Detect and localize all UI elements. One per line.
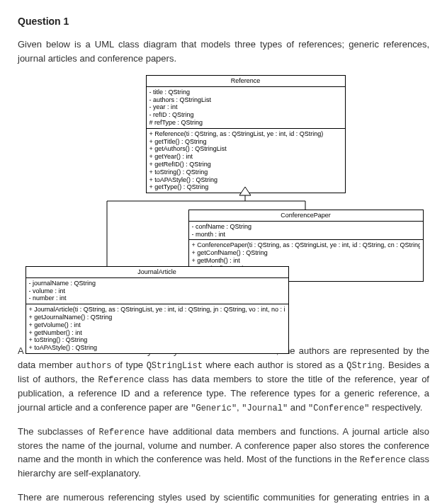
op: + getType() : QString bbox=[149, 183, 342, 191]
class-reference-ops: + Reference(ti : QString, as : QStringLi… bbox=[147, 129, 345, 193]
op: + Reference(ti : QString, as : QStringLi… bbox=[149, 130, 342, 138]
code: "Generic" bbox=[191, 403, 237, 413]
text: The subclasses of bbox=[18, 426, 98, 437]
question-heading: Question 1 bbox=[18, 14, 429, 29]
class-reference-name: Reference bbox=[147, 76, 345, 87]
text: and bbox=[288, 402, 308, 413]
class-reference-attrs: - title : QString - authors : QStringLis… bbox=[147, 87, 345, 129]
code: QString bbox=[346, 361, 382, 371]
op: + getMonth() : int bbox=[192, 257, 420, 265]
op: + getYear() : int bbox=[149, 153, 342, 161]
text: respectively. bbox=[369, 402, 422, 413]
code: Reference bbox=[98, 375, 145, 385]
op: + toAPAStyle() : QString bbox=[149, 176, 342, 184]
class-conferencepaper-attrs: - confName : QString - month : int bbox=[189, 222, 423, 241]
attr: - title : QString bbox=[149, 88, 342, 96]
op: + ConferencePaper(ti : QString, as : QSt… bbox=[192, 241, 420, 249]
op: + toString() : QString bbox=[149, 168, 342, 176]
attr: - year : int bbox=[149, 103, 342, 111]
text: of type bbox=[112, 360, 147, 370]
intro-paragraph: Given below is a UML class diagram that … bbox=[18, 38, 429, 65]
op: + JournalArticle(ti : QString, as : QStr… bbox=[29, 306, 285, 314]
op: + getVolume() : int bbox=[29, 321, 285, 329]
code: Reference bbox=[360, 455, 406, 465]
attr: - number : int bbox=[29, 294, 285, 302]
class-journalarticle: JournalArticle - journalName : QString -… bbox=[26, 266, 289, 354]
text: There are numerous referencing styles us… bbox=[18, 492, 429, 505]
paragraph-1: A reference can be authored by many auth… bbox=[18, 344, 429, 415]
code: "Journal" bbox=[242, 403, 288, 413]
paragraph-3: There are numerous referencing styles us… bbox=[18, 491, 429, 505]
class-journalarticle-attrs: - journalName : QString - volume : int -… bbox=[26, 278, 288, 304]
op: + getRefID() : QString bbox=[149, 161, 342, 168]
op: + getJournalName() : QString bbox=[29, 314, 285, 321]
code: QStringList bbox=[147, 361, 203, 371]
attr: # refType : QString bbox=[149, 119, 342, 127]
attr: - refID : QString bbox=[149, 111, 342, 119]
op: + toString() : QString bbox=[29, 336, 285, 344]
op: + getNumber() : int bbox=[29, 329, 285, 337]
class-conferencepaper-name: ConferencePaper bbox=[189, 210, 423, 222]
attr: - authors : QStringList bbox=[149, 96, 342, 104]
code: Reference bbox=[98, 428, 145, 437]
attr: - journalName : QString bbox=[29, 280, 285, 287]
attr: - volume : int bbox=[29, 287, 285, 295]
op: + getAuthors() : QStringList bbox=[149, 145, 342, 153]
attr: - confName : QString bbox=[192, 223, 420, 231]
class-reference: Reference - title : QString - authors : … bbox=[146, 75, 346, 193]
class-journalarticle-name: JournalArticle bbox=[26, 267, 288, 278]
op: + getTitle() : QString bbox=[149, 138, 342, 146]
op: + getConfName() : QString bbox=[192, 249, 420, 257]
code: authors bbox=[76, 361, 111, 371]
attr: - month : int bbox=[192, 231, 420, 239]
uml-diagram: Reference - title : QString - authors : … bbox=[18, 75, 429, 330]
paragraph-2: The subclasses of Reference have additio… bbox=[18, 425, 429, 481]
class-journalarticle-ops: + JournalArticle(ti : QString, as : QStr… bbox=[26, 304, 288, 353]
text: where each author is stored as a bbox=[203, 360, 346, 370]
op: + toAPAStyle() : QString bbox=[29, 344, 285, 352]
code: "Conference" bbox=[308, 403, 369, 413]
